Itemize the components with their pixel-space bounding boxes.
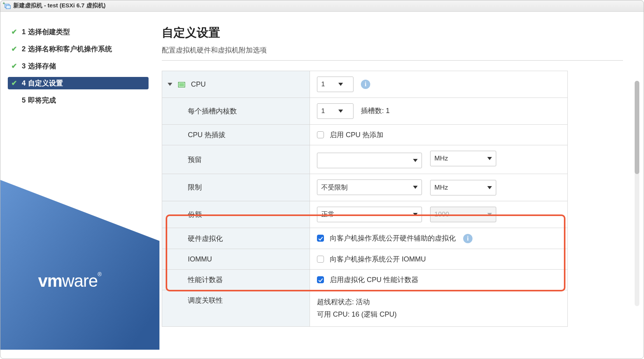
cpu-count-select[interactable]: 1 xyxy=(317,77,354,92)
info-icon[interactable]: i xyxy=(463,234,472,243)
step-label: 自定义设置 xyxy=(28,78,63,88)
chevron-down-icon xyxy=(338,110,343,113)
shares-number-select: 1000 xyxy=(430,207,496,222)
row-cpu: CPU 1 i xyxy=(162,71,568,98)
hotplug-checkbox[interactable] xyxy=(317,131,324,138)
row-cpu-hotplug: CPU 热插拔 启用 CPU 热添加 xyxy=(162,125,568,145)
divider xyxy=(162,60,623,61)
cores-label: 每个插槽内核数 xyxy=(162,98,310,125)
checkmark-icon: ✔ xyxy=(10,45,18,53)
chevron-down-icon xyxy=(487,186,492,189)
limit-unit-select[interactable]: MHz xyxy=(430,180,496,195)
chevron-down-icon xyxy=(338,83,343,86)
step-5-ready[interactable]: ✔ 5 即将完成 xyxy=(8,94,149,106)
step-label: 选择创建类型 xyxy=(28,27,70,37)
vmware-logo: vmware® xyxy=(38,271,101,291)
step-2-name-os[interactable]: ✔ 2 选择名称和客户机操作系统 xyxy=(8,43,149,55)
checkmark-icon: ✔ xyxy=(10,62,18,70)
hwvirt-label: 硬件虚拟化 xyxy=(162,228,310,249)
row-perf-counters: 性能计数器 启用虚拟化 CPU 性能计数器 xyxy=(162,270,568,290)
step-1-create-type[interactable]: ✔ 1 选择创建类型 xyxy=(8,26,149,38)
hyperthreading-status: 超线程状态: 活动 xyxy=(317,296,560,308)
shares-value-select[interactable]: 正常 xyxy=(317,207,422,222)
window-title: 新建虚拟机 - test (ESXi 6.7 虚拟机) xyxy=(13,2,106,9)
hwvirt-checkbox[interactable] xyxy=(317,235,324,242)
iommu-checkbox[interactable] xyxy=(317,256,324,263)
shares-label: 份额 xyxy=(162,201,310,228)
chevron-down-icon xyxy=(413,213,418,216)
perfcnt-checkbox-label: 启用虚拟化 CPU 性能计数器 xyxy=(330,276,418,284)
row-limit: 限制 不受限制 MHz xyxy=(162,174,568,201)
hwvirt-checkbox-label: 向客户机操作系统公开硬件辅助的虚拟化 xyxy=(330,234,456,242)
page-subtitle: 配置虚拟机硬件和虚拟机附加选项 xyxy=(162,45,623,55)
iommu-checkbox-label: 向客户机操作系统公开 IOMMU xyxy=(330,255,426,263)
chevron-down-icon xyxy=(487,213,492,216)
reserve-label: 预留 xyxy=(162,145,310,174)
chevron-down-icon xyxy=(487,157,492,160)
chevron-down-icon xyxy=(413,159,418,162)
row-shares: 份额 正常 1000 xyxy=(162,201,568,228)
expand-toggle-icon[interactable] xyxy=(168,83,172,86)
info-icon[interactable]: i xyxy=(361,80,370,89)
row-hardware-virtualization: 硬件虚拟化 向客户机操作系统公开硬件辅助的虚拟化 i xyxy=(162,228,568,249)
row-iommu: IOMMU 向客户机操作系统公开 IOMMU xyxy=(162,249,568,270)
window-titlebar: + 新建虚拟机 - test (ESXi 6.7 虚拟机) xyxy=(0,0,644,12)
perfcnt-checkbox[interactable] xyxy=(317,276,324,283)
chevron-down-icon xyxy=(413,186,418,189)
wizard-main: 自定义设置 配置虚拟机硬件和虚拟机附加选项 CPU 1 xyxy=(159,12,644,307)
wizard-body: ✔ 1 选择创建类型 ✔ 2 选择名称和客户机操作系统 ✔ 3 选择存储 ✔ 4… xyxy=(0,12,644,307)
perfcnt-label: 性能计数器 xyxy=(162,270,310,290)
row-cores-per-socket: 每个插槽内核数 1 插槽数: 1 xyxy=(162,98,568,125)
sidebar-decor xyxy=(0,155,159,350)
row-scheduling-affinity: 调度关联性 超线程状态: 活动 可用 CPU: 16 (逻辑 CPU) xyxy=(162,290,568,327)
cpu-settings-table: CPU 1 i 每个插槽内核数 1 xyxy=(162,71,568,327)
reserve-value-select[interactable] xyxy=(317,153,422,168)
step-label: 选择名称和客户机操作系统 xyxy=(28,44,112,54)
row-reservation: 预留 MHz xyxy=(162,145,568,174)
sockets-text: 插槽数: 1 xyxy=(361,107,390,115)
scrollbar[interactable] xyxy=(635,81,639,306)
step-3-storage[interactable]: ✔ 3 选择存储 xyxy=(8,60,149,72)
step-label: 即将完成 xyxy=(28,96,56,105)
cpu-section-label: CPU xyxy=(191,80,206,88)
limit-value-select[interactable]: 不受限制 xyxy=(317,180,422,195)
step-4-customize[interactable]: ✔ 4 自定义设置 xyxy=(8,77,149,89)
iommu-label: IOMMU xyxy=(162,249,310,270)
scrollbar-thumb[interactable] xyxy=(635,81,639,174)
checkmark-icon: ✔ xyxy=(10,79,18,87)
vm-icon: + xyxy=(4,3,10,9)
page-title: 自定义设置 xyxy=(162,25,623,41)
cores-per-socket-select[interactable]: 1 xyxy=(317,103,354,119)
cpu-chip-icon xyxy=(178,82,185,87)
reserve-unit-select[interactable]: MHz xyxy=(430,151,496,166)
checkmark-icon: ✔ xyxy=(10,28,18,36)
wizard-sidebar: ✔ 1 选择创建类型 ✔ 2 选择名称和客户机操作系统 ✔ 3 选择存储 ✔ 4… xyxy=(0,12,159,307)
hotplug-checkbox-label: 启用 CPU 热添加 xyxy=(330,131,383,139)
affinity-label: 调度关联性 xyxy=(162,290,310,327)
hotplug-label: CPU 热插拔 xyxy=(162,125,310,145)
limit-label: 限制 xyxy=(162,174,310,201)
step-label: 选择存储 xyxy=(28,61,56,71)
available-cpu: 可用 CPU: 16 (逻辑 CPU) xyxy=(317,308,560,321)
